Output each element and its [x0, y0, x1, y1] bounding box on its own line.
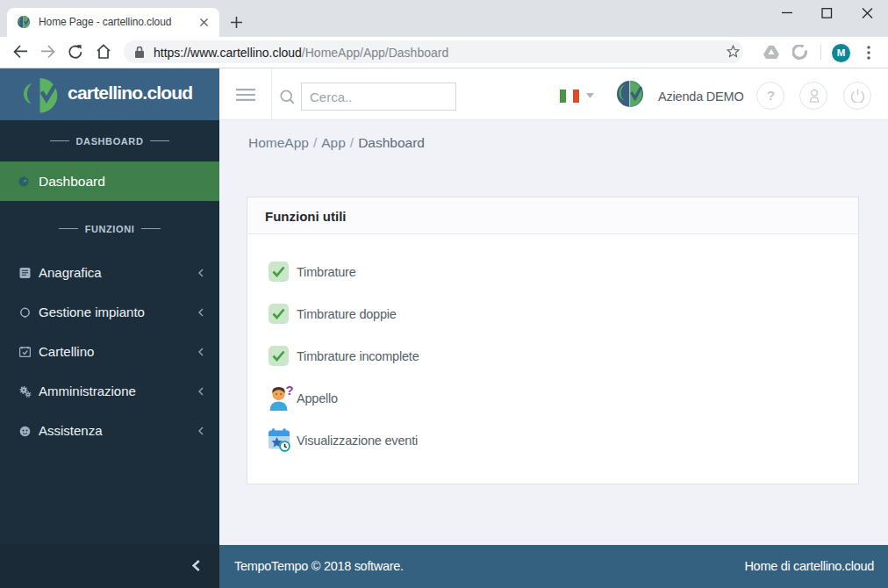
svg-text:?: ?	[286, 384, 294, 398]
